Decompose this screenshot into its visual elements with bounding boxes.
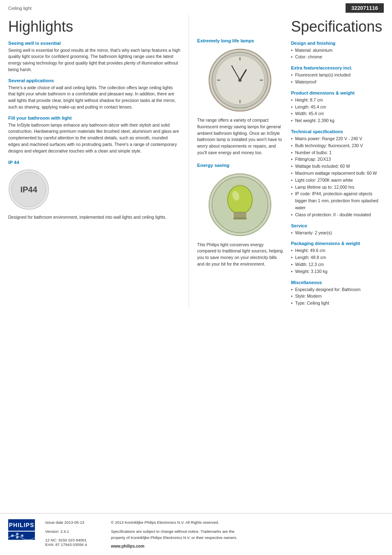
extra-list: Fluorescent lamp(s) included Waterproof xyxy=(291,72,384,86)
spec-section-technical: Technical specifications Mains power: Ra… xyxy=(291,129,384,218)
specifications-column: Specifications Design and finishing Mate… xyxy=(291,18,384,309)
bulb-image-container xyxy=(197,172,283,238)
long-life-caption: The range offers a variety of compact fl… xyxy=(197,117,283,156)
extra-heading: Extra feature/accessory incl. xyxy=(291,65,384,70)
highlights-right: Extremely long life lamps xyxy=(197,18,283,309)
seeing-well-text: Seeing well is essential for good result… xyxy=(8,47,180,73)
spec-item: Material: aluminium xyxy=(291,47,384,54)
section-energy-saving: Energy saving xyxy=(197,163,283,268)
highlights-column: Highlights Seeing well is essential Seei… xyxy=(8,14,189,309)
technical-heading: Technical specifications xyxy=(291,129,384,134)
spec-item: Width: 12.3 cm xyxy=(291,261,384,268)
ip44-caption: Designed for bathroom environment, imple… xyxy=(8,214,180,221)
spec-item: Bulb technology: fluorescent, 230 V xyxy=(291,142,384,149)
spec-item: Net weight: 2.390 kg xyxy=(291,117,384,124)
philips-logo: PHILIPS xyxy=(8,519,37,541)
section-seeing-well: Seeing well is essential Seeing well is … xyxy=(8,41,180,73)
section-long-life: Extremely long life lamps xyxy=(197,38,283,156)
footer: PHILIPS Issue date 2013-05-13 xyxy=(0,513,392,555)
product-dims-heading: Product dimensions & weight xyxy=(291,90,384,95)
page: Ceiling light 322071116 Highlights Seein… xyxy=(0,0,392,555)
copyright-text: © 2013 Koninklijke Philips Electronics N… xyxy=(111,519,242,525)
packaging-list: Height: 49.6 cm Length: 48.8 cm Width: 1… xyxy=(291,247,384,275)
product-dims-list: Height: 8.7 cm Length: 45.4 cm Width: 45… xyxy=(291,97,384,124)
spec-item: Fitting/cap: 2GX13 xyxy=(291,156,384,163)
spec-item: Lamp lifetime up to: 12,000 hrs xyxy=(291,184,384,191)
spec-item: Color: chrome xyxy=(291,53,384,60)
misc-list: Especially designed for: Bathroom Style:… xyxy=(291,286,384,307)
spec-item: Maximum wattage replacement bulb: 60 W xyxy=(291,170,384,177)
philips-logo-text: PHILIPS xyxy=(8,519,35,531)
seeing-well-heading: Seeing well is essential xyxy=(8,41,180,46)
disclaimer-text: Specifications are subject to change wit… xyxy=(111,528,242,541)
spec-section-service: Service Warranty: 2 year(s) xyxy=(291,223,384,236)
bulb-svg xyxy=(207,172,273,238)
section-ip44: IP 44 IP44 Designed for bathroom environ… xyxy=(8,160,180,221)
spec-item: Height: 49.6 cm xyxy=(291,247,384,254)
right-column: Extremely long life lamps xyxy=(189,14,384,309)
spec-item: Number of bulbs: 1 xyxy=(291,149,384,156)
category-label: Ceiling light xyxy=(8,6,32,11)
several-apps-heading: Several applications xyxy=(8,78,180,83)
ip44-badge-container: IP44 xyxy=(8,169,49,210)
footer-version-col: Issue date 2013-05-13 Version: 2.4.1 12 … xyxy=(45,519,99,546)
svg-point-15 xyxy=(228,185,252,214)
right-inner: Extremely long life lamps xyxy=(197,18,384,309)
fill-bathroom-heading: Fill your bathroom with light xyxy=(8,116,180,120)
spec-section-packaging: Packaging dimensions & weight Height: 49… xyxy=(291,241,384,275)
version-label: Version: 2.4.1 xyxy=(45,528,99,534)
design-list: Material: aluminium Color: chrome xyxy=(291,47,384,61)
main-content: Highlights Seeing well is essential Seei… xyxy=(0,14,392,309)
ip44-heading: IP 44 xyxy=(8,160,180,165)
clock-svg xyxy=(207,47,273,113)
energy-saving-caption: This Philips light conserves energy comp… xyxy=(197,242,283,268)
spec-item: Weight: 3.130 kg xyxy=(291,268,384,275)
energy-saving-heading: Energy saving xyxy=(197,163,283,168)
ip44-badge-svg: IP44 xyxy=(8,169,49,210)
fill-bathroom-text: The InStyle bathroom lamps enhance any b… xyxy=(8,122,180,155)
svg-rect-16 xyxy=(234,212,246,218)
clock-image-container xyxy=(197,47,283,113)
spec-item: Wattage bulb included: 60 W xyxy=(291,163,384,170)
spec-item: Especially designed for: Bathroom xyxy=(291,286,384,293)
spec-item: Height: 8.7 cm xyxy=(291,97,384,104)
svg-point-22 xyxy=(21,534,23,537)
svg-rect-17 xyxy=(233,217,247,220)
spec-section-misc: Miscellaneous Especially designed for: B… xyxy=(291,280,384,307)
service-heading: Service xyxy=(291,223,384,228)
philips-logo-wave xyxy=(8,532,37,541)
several-apps-text: There's a wide choice of wall and ceilin… xyxy=(8,85,180,111)
misc-heading: Miscellaneous xyxy=(291,280,384,285)
spec-item: Light color: 2700K warm white xyxy=(291,177,384,184)
product-code: 322071116 xyxy=(346,3,384,13)
header: Ceiling light 322071116 xyxy=(0,0,392,14)
nc-number: 12 NC: 9150 023 84001 EAN: 87 17943 0355… xyxy=(45,538,99,547)
spec-section-design: Design and finishing Material: aluminium… xyxy=(291,41,384,61)
design-heading: Design and finishing xyxy=(291,41,384,46)
section-fill-bathroom: Fill your bathroom with light The InStyl… xyxy=(8,116,180,155)
spec-section-product-dims: Product dimensions & weight Height: 8.7 … xyxy=(291,90,384,124)
spec-item: IP code: IP44, protection against object… xyxy=(291,190,384,211)
service-list: Warranty: 2 year(s) xyxy=(291,229,384,236)
website-link[interactable]: www.philips.com xyxy=(111,543,242,549)
packaging-heading: Packaging dimensions & weight xyxy=(291,241,384,246)
section-several-applications: Several applications There's a wide choi… xyxy=(8,78,180,111)
technical-list: Mains power: Range 220 V - 240 V Bulb te… xyxy=(291,135,384,218)
footer-legal-col: © 2013 Koninklijke Philips Electronics N… xyxy=(111,519,242,549)
wave-svg xyxy=(8,532,35,540)
svg-text:IP44: IP44 xyxy=(20,185,37,194)
spec-item: Waterproof xyxy=(291,79,384,86)
spec-item: Class of protection: II - double insulat… xyxy=(291,211,384,218)
spec-item: Width: 45.4 cm xyxy=(291,110,384,117)
issue-date-label: Issue date 2013-05-13 xyxy=(45,519,99,525)
spec-item: Fluorescent lamp(s) included xyxy=(291,72,384,79)
spec-item: Style: Modern xyxy=(291,293,384,300)
spec-section-extra: Extra feature/accessory incl. Fluorescen… xyxy=(291,65,384,86)
highlights-title: Highlights xyxy=(8,18,180,35)
long-life-heading: Extremely long life lamps xyxy=(197,38,283,43)
spec-item: Type: Ceiling light xyxy=(291,300,384,307)
svg-point-12 xyxy=(238,79,242,82)
spec-item: Mains power: Range 220 V - 240 V xyxy=(291,135,384,142)
specifications-title: Specifications xyxy=(291,18,384,35)
svg-point-21 xyxy=(16,533,18,535)
